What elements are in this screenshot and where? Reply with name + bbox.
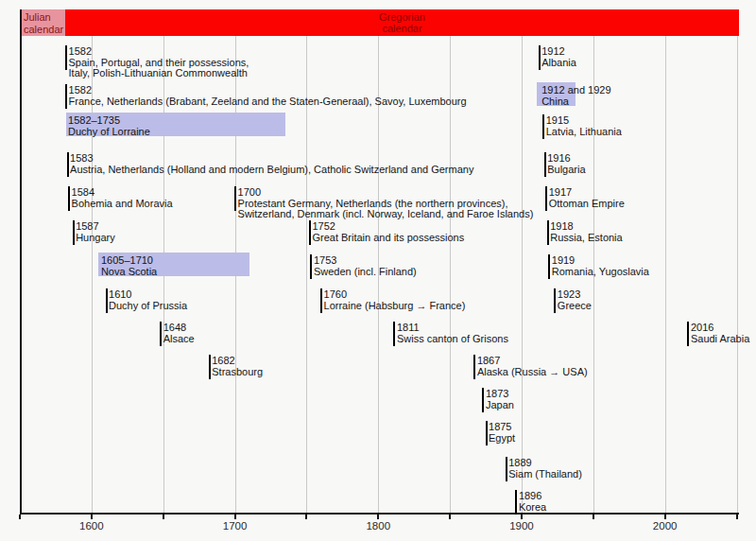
timeline-entry: 1923Greece	[558, 289, 592, 311]
gridline	[665, 36, 666, 513]
x-axis-tick	[593, 515, 594, 519]
x-axis-tick	[449, 515, 451, 519]
entry-label: Japan	[486, 400, 514, 411]
x-axis-tick	[521, 515, 523, 519]
event-tick	[310, 254, 312, 279]
entry-year: 1648	[163, 323, 195, 334]
entry-label: Siam (Thailand)	[508, 469, 582, 480]
event-tick	[687, 322, 689, 346]
entry-year: 1867	[477, 356, 588, 367]
timeline-entry: 1889Siam (Thailand)	[508, 458, 582, 480]
entry-label: Great Britain and its possessions	[312, 233, 464, 244]
timeline-entry: 1753Sweden (incl. Finland)	[314, 255, 417, 277]
event-tick	[506, 457, 507, 481]
entry-label: Saudi Arabia	[691, 334, 749, 345]
timeline-entry: 1582–1735Duchy of Lorraine	[68, 115, 150, 137]
timeline-entry: 1912Albania	[541, 46, 576, 68]
x-axis-label: 1700	[223, 520, 248, 532]
timeline-entry: 1915Latvia, Lithuania	[546, 115, 622, 137]
entry-label: Romania, Yugoslavia	[552, 267, 649, 278]
timeline-entry: 1582Spain, Portugal, and their possessio…	[69, 46, 249, 79]
entry-year: 1896	[519, 491, 546, 502]
gregorian-adoption-timeline-chart: Julian calendar Gregorian calendar 16001…	[0, 0, 756, 541]
event-tick	[482, 388, 484, 412]
entry-year: 1873	[486, 389, 514, 400]
entry-label: Nova Scotia	[101, 267, 157, 278]
entry-label: Bohemia and Moravia	[72, 199, 173, 210]
entry-label: Alsace	[163, 334, 195, 345]
gregorian-calendar-label: Gregorian calendar	[375, 11, 430, 35]
event-tick	[309, 220, 311, 245]
entry-year: 1919	[552, 255, 649, 267]
event-tick	[73, 220, 75, 245]
entry-label: Bulgaria	[547, 165, 585, 176]
timeline-entry: 1896Korea	[519, 491, 546, 513]
timeline-entry: 1867Alaska (Russia → USA)	[477, 356, 588, 377]
event-tick	[473, 355, 475, 379]
event-tick	[542, 114, 544, 139]
x-axis-label: 1600	[79, 520, 104, 532]
entry-year: 1587	[76, 221, 115, 233]
entry-label: Italy, Polish-Lithuanian Commonwealth	[69, 68, 249, 79]
gridline	[92, 36, 93, 513]
timeline-entry: 1760Lorraine (Habsburg → France)	[324, 289, 466, 311]
entry-label: Hungary	[76, 233, 115, 244]
entry-year: 1583	[70, 153, 473, 165]
event-tick	[320, 288, 322, 313]
x-axis-label: 1900	[509, 520, 534, 532]
event-tick	[234, 186, 236, 211]
event-tick	[486, 421, 488, 445]
entry-label: Korea	[519, 502, 546, 514]
entry-year: 1875	[489, 422, 515, 433]
entry-year: 1582–1735	[68, 115, 150, 127]
timeline-entry: 1912 and 1929China	[541, 85, 610, 107]
event-tick	[65, 84, 67, 109]
event-tick	[65, 45, 67, 70]
timeline-entry: 1584Bohemia and Moravia	[72, 187, 173, 209]
entry-year: 2016	[691, 323, 749, 334]
gridline	[306, 36, 307, 513]
gridline	[450, 36, 451, 513]
event-tick	[393, 322, 395, 346]
timeline-entry: 1875Egypt	[489, 422, 515, 444]
entry-year: 1912	[541, 46, 576, 58]
x-axis-line	[20, 513, 739, 515]
entry-year: 1582	[69, 85, 467, 96]
event-tick	[209, 355, 211, 379]
timeline-entry: 1582France, Netherlands (Brabant, Zeelan…	[69, 85, 467, 107]
entry-label: Duchy of Lorraine	[68, 127, 150, 138]
entry-year: 1916	[547, 153, 585, 165]
timeline-entry: 1917Ottoman Empire	[549, 187, 625, 209]
timeline-entry: 1918Russia, Estonia	[550, 221, 622, 243]
x-axis-tick	[19, 515, 21, 519]
event-tick	[160, 322, 162, 346]
gridline	[522, 36, 523, 513]
entry-year: 1915	[546, 115, 622, 127]
entry-label: Austria, Netherlands (Holland and modern…	[70, 165, 473, 176]
entry-label: Switzerland, Denmark (incl. Norway, Icel…	[238, 209, 534, 220]
event-tick	[554, 288, 556, 313]
event-tick	[548, 254, 550, 279]
entry-label: Latvia, Lithuania	[546, 127, 622, 138]
timeline-entry: 2016Saudi Arabia	[691, 323, 749, 344]
event-tick	[544, 152, 546, 177]
entry-label: Swiss canton of Grisons	[397, 334, 508, 345]
event-tick	[547, 220, 549, 245]
entry-year: 1582	[69, 46, 249, 58]
event-tick	[67, 152, 69, 177]
gridline	[737, 36, 738, 513]
entry-year: 1605–1710	[101, 255, 157, 267]
timeline-entry: 1648Alsace	[163, 323, 195, 344]
entry-label: Lorraine (Habsburg → France)	[324, 301, 466, 312]
event-tick	[106, 288, 108, 313]
timeline-entry: 1605–1710Nova Scotia	[101, 255, 157, 277]
entry-label: Duchy of Prussia	[109, 301, 187, 312]
timeline-entry: 1682Strasbourg	[212, 356, 263, 377]
event-tick	[545, 186, 547, 211]
x-axis-tick	[664, 515, 666, 519]
entry-year: 1889	[508, 458, 582, 469]
x-axis-tick	[305, 515, 307, 519]
entry-year: 1584	[72, 187, 173, 199]
entry-label: Egypt	[489, 433, 515, 445]
entry-year: 1700	[238, 187, 534, 199]
